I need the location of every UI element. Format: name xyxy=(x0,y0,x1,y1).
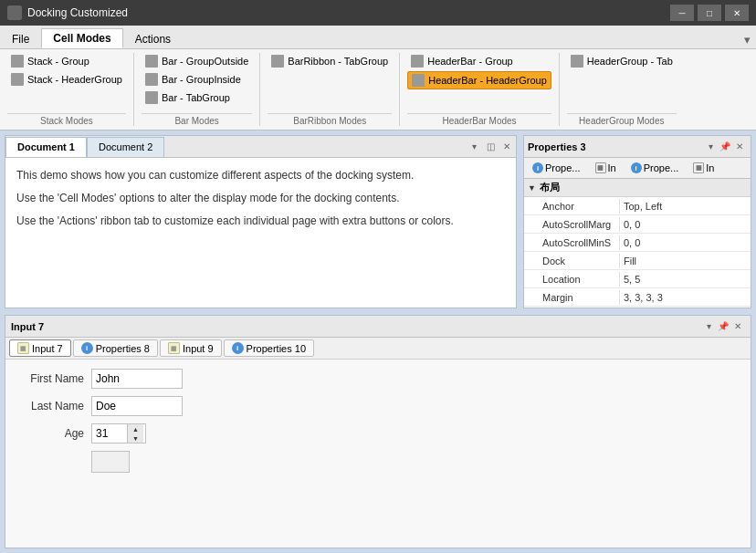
input9-icon: ▦ xyxy=(168,342,180,354)
form-area: First Name Last Name Age ▲ ▼ xyxy=(5,360,751,482)
props-val-autoscrollmarg: 0, 0 xyxy=(620,217,751,232)
props-key-location: Location xyxy=(524,272,620,287)
doc-pin-button[interactable]: ▾ xyxy=(467,140,481,154)
stack-modes-items: Stack - Group Stack - HeaderGroup xyxy=(7,53,126,111)
tab-cell-modes[interactable]: Cell Modes xyxy=(41,28,122,48)
props-pin-button[interactable]: 📌 xyxy=(718,140,732,154)
bottom-dropdown-button[interactable]: ▾ xyxy=(701,319,716,334)
tab-actions[interactable]: Actions xyxy=(123,28,183,48)
bottom-pin-button[interactable]: 📌 xyxy=(716,319,730,334)
properties-grid: ▼ 布局 Anchor Top, Left AutoScrollMarg 0, … xyxy=(524,179,751,308)
ribbon-item-headergroup-tab[interactable]: HeaderGroup - Tab xyxy=(567,53,677,69)
ribbon-item-bar-groupinside[interactable]: Bar - GroupInside xyxy=(142,71,252,88)
props8-icon: i xyxy=(81,342,93,354)
stack-headergroup-icon xyxy=(11,73,24,86)
bottom-tab-props8[interactable]: i Properties 8 xyxy=(73,339,158,357)
form-submit-button[interactable] xyxy=(91,451,130,473)
bottom-panel-container: Input 7 ▾ 📌 ✕ ▦ Input 7 i Properties 8 xyxy=(0,313,756,553)
bottom-panel-header: Input 7 ▾ 📌 ✕ xyxy=(5,316,751,338)
title-bar-controls: ─ □ ✕ xyxy=(670,5,749,21)
ribbon-down-button[interactable]: ▾ xyxy=(739,31,756,48)
headergroup-modes-label: HeaderGroup Modes xyxy=(567,113,677,126)
props-tab-2[interactable]: i Prope... xyxy=(625,160,686,176)
bar-groupoutside-icon xyxy=(145,55,158,68)
doc-tab-controls: ▾ ◫ ✕ xyxy=(465,138,516,156)
app-icon xyxy=(7,5,22,20)
firstname-label: First Name xyxy=(20,372,84,385)
props-tab-in2[interactable]: ▦ In xyxy=(687,160,720,176)
props-dropdown-button[interactable]: ▾ xyxy=(703,140,718,154)
doc-tab-2[interactable]: Document 2 xyxy=(87,137,164,157)
props-row-location: Location 5, 5 xyxy=(524,270,751,288)
bar-tabgroup-icon xyxy=(145,91,158,104)
ribbon-item-headerbar-headergroup[interactable]: HeaderBar - HeaderGroup xyxy=(407,71,551,89)
bottom-tab-input9[interactable]: ▦ Input 9 xyxy=(160,339,222,357)
document-content: This demo shows how you can customize di… xyxy=(5,158,516,308)
ribbon-group-barribbon-modes: BarRibbon - TabGroup BarRibbon Modes xyxy=(260,53,400,126)
props-close-button[interactable]: ✕ xyxy=(732,140,747,154)
spin-up-button[interactable]: ▲ xyxy=(128,424,143,433)
bottom-panel: Input 7 ▾ 📌 ✕ ▦ Input 7 i Properties 8 xyxy=(5,315,751,548)
ribbon-item-bar-tabgroup[interactable]: Bar - TabGroup xyxy=(142,89,252,106)
bar-modes-items: Bar - GroupOutside Bar - GroupInside Bar… xyxy=(142,53,252,111)
section-collapse-icon[interactable]: ▼ xyxy=(528,183,536,193)
age-input[interactable] xyxy=(92,424,127,443)
headerbar-group-icon xyxy=(411,55,424,68)
props-tab-in1[interactable]: ▦ In xyxy=(589,160,623,176)
ribbon-group-stack-modes: Stack - Group Stack - HeaderGroup Stack … xyxy=(0,53,134,126)
bottom-close-button[interactable]: ✕ xyxy=(730,319,745,334)
form-row-lastname: Last Name xyxy=(20,396,736,416)
barribbon-modes-label: BarRibbon Modes xyxy=(268,113,392,126)
tab-file[interactable]: File xyxy=(0,28,41,48)
spin-down-button[interactable]: ▼ xyxy=(128,433,143,443)
headergroup-modes-items: HeaderGroup - Tab xyxy=(567,53,677,111)
maximize-button[interactable]: □ xyxy=(698,5,721,21)
ribbon-item-stack-group[interactable]: Stack - Group xyxy=(7,53,126,69)
props-row-anchor: Anchor Top, Left xyxy=(524,197,751,215)
doc-tab-1[interactable]: Document 1 xyxy=(5,137,87,157)
props-tab-1-icon: i xyxy=(532,162,543,173)
props-tab-in1-icon: ▦ xyxy=(595,162,606,173)
bottom-tab-props10[interactable]: i Properties 10 xyxy=(224,339,314,357)
firstname-input[interactable] xyxy=(91,369,183,389)
bottom-tab-input7[interactable]: ▦ Input 7 xyxy=(9,339,71,357)
title-bar: Docking Customized ─ □ ✕ xyxy=(0,0,756,26)
props-key-autoscrollmarg: AutoScrollMarg xyxy=(524,217,620,232)
input7-icon: ▦ xyxy=(17,342,29,354)
doc-float-button[interactable]: ◫ xyxy=(483,140,498,154)
ribbon-content: Stack - Group Stack - HeaderGroup Stack … xyxy=(0,49,756,130)
ribbon-item-stack-headergroup[interactable]: Stack - HeaderGroup xyxy=(7,71,126,88)
props-tab-1[interactable]: i Prope... xyxy=(526,160,587,176)
props-val-location: 5, 5 xyxy=(620,272,751,287)
headerbar-modes-label: HeaderBar Modes xyxy=(407,113,551,126)
props-tab-in2-icon: ▦ xyxy=(693,162,704,173)
props-row-autoscrollmins: AutoScrollMinS 0, 0 xyxy=(524,234,751,252)
barribbon-tabgroup-icon xyxy=(271,55,284,68)
headergroup-tab-icon xyxy=(571,55,583,68)
bottom-panel-tabs: ▦ Input 7 i Properties 8 ▦ Input 9 i Pro… xyxy=(5,338,751,360)
props-val-dock: Fill xyxy=(620,254,751,268)
props-row-margin: Margin 3, 3, 3, 3 xyxy=(524,288,751,307)
top-panels-row: Document 1 Document 2 ▾ ◫ ✕ This demo sh… xyxy=(0,130,756,313)
ribbon-tab-bar: File Cell Modes Actions ▾ xyxy=(0,26,756,49)
title-bar-text: Docking Customized xyxy=(27,6,670,19)
barribbon-modes-items: BarRibbon - TabGroup xyxy=(268,53,392,111)
doc-close-button[interactable]: ✕ xyxy=(499,140,514,154)
age-label: Age xyxy=(20,427,84,440)
doc-text-3: Use the 'Actions' ribbon tab to customiz… xyxy=(16,213,505,230)
lastname-input[interactable] xyxy=(91,396,183,416)
document-tab-bar: Document 1 Document 2 ▾ ◫ ✕ xyxy=(5,136,516,158)
age-spinbox: ▲ ▼ xyxy=(91,423,146,443)
headerbar-modes-items: HeaderBar - Group HeaderBar - HeaderGrou… xyxy=(407,53,551,111)
close-button[interactable]: ✕ xyxy=(725,5,749,21)
ribbon-item-barribbon-tabgroup[interactable]: BarRibbon - TabGroup xyxy=(268,53,392,69)
props-row-dock: Dock Fill xyxy=(524,252,751,270)
minimize-button[interactable]: ─ xyxy=(670,5,694,21)
ribbon-item-headerbar-group[interactable]: HeaderBar - Group xyxy=(407,53,551,69)
ribbon: File Cell Modes Actions ▾ Stack - Group … xyxy=(0,26,756,130)
bar-modes-label: Bar Modes xyxy=(142,113,252,126)
props-key-autoscrollmins: AutoScrollMinS xyxy=(524,235,620,250)
ribbon-item-bar-groupoutside[interactable]: Bar - GroupOutside xyxy=(142,53,252,69)
doc-text-1: This demo shows how you can customize di… xyxy=(16,167,505,184)
ribbon-group-headergroup-modes: HeaderGroup - Tab HeaderGroup Modes xyxy=(560,53,684,126)
